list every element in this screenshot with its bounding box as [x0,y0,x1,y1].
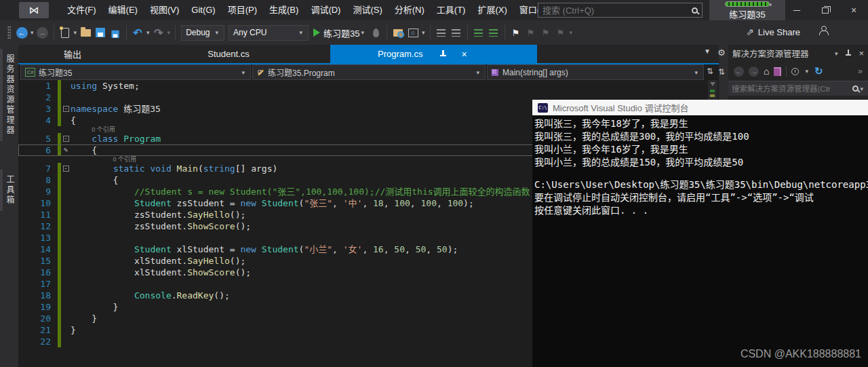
new-file-button[interactable] [58,24,72,41]
menu-item-4[interactable]: 项目(P) [222,0,263,20]
menu-item-9[interactable]: 工具(T) [431,0,472,20]
toolbox-rail-tab[interactable]: 工具箱 [0,170,16,211]
toolbar-overflow-icon[interactable]: » [858,66,863,76]
tab-pin-button[interactable] [440,50,446,58]
toolbar-grip[interactable] [7,26,11,39]
home-icon[interactable]: ⌂ [764,66,769,77]
redo-dropdown-caret[interactable]: ▾ [167,29,171,36]
scrollbar-up-arrow-icon[interactable] [710,82,715,86]
code-text: Student xlStudent = new Student("小兰", '女… [71,244,458,255]
menu-item-0[interactable]: 文件(F) [61,0,102,20]
token-k: new [240,198,256,208]
tab-student-cs[interactable]: Student.cs [127,45,330,63]
fold-margin [61,209,71,220]
line-number: 9 [18,186,58,197]
redo-button[interactable]: ↷ [152,24,165,41]
menu-item-2[interactable]: 视图(V) [144,0,185,20]
solution-platform-dropdown[interactable]: Any CPU▾ [229,25,309,41]
new-file-dropdown-caret[interactable]: ▾ [74,29,77,36]
filter-caret[interactable]: ▾ [805,68,808,75]
indent-button[interactable] [450,24,463,41]
breadcrumb-project-caret: ▾ [241,69,245,76]
search-options-caret[interactable]: ▾ [860,85,863,92]
solution-forward-button[interactable]: → [749,66,759,77]
clear-bookmarks-button[interactable]: ⚑ [554,24,568,41]
solution-configuration-dropdown[interactable]: Debug▾ [181,25,224,41]
gear-icon[interactable]: ⚙ [717,47,726,58]
tab-close-button[interactable]: × [461,49,467,60]
breadcrumb-member-dropdown[interactable]: Main(string[] args) ▾ [487,64,704,80]
close-button[interactable]: × [840,0,868,20]
tab-program-cs[interactable]: Program.cs × [330,45,537,63]
next-bookmark-button[interactable]: ⚑ [539,24,553,41]
token-p [256,198,262,208]
hot-reload-button[interactable] [369,24,382,41]
search-icon [692,7,698,14]
code-text: static void Main(string[] args) [71,163,277,174]
uncomment-button[interactable] [487,24,500,41]
tab-list-dropdown[interactable]: ▼ [704,47,711,55]
menu-item-10[interactable]: 扩展(X) [471,0,513,20]
split-editor-icon[interactable]: ⇅ [707,66,713,76]
solution-explorer-search-box[interactable]: ▾ [728,81,868,96]
menu-item-5[interactable]: 生成(B) [263,0,304,20]
back-dropdown-caret[interactable]: ▾ [31,29,34,36]
add-user-icon[interactable] [819,26,827,34]
find-in-files-button[interactable] [391,24,405,41]
code-line-1[interactable]: 1using System; [18,80,719,92]
undo-button[interactable]: ↶ [131,24,144,41]
save-button[interactable] [94,24,107,41]
navigate-forward-button[interactable]: → [36,24,50,41]
start-debugging-button[interactable]: 练习题35 ▾ [313,26,366,39]
solution-search-input[interactable] [732,85,852,93]
solution-explorer-titlebar[interactable]: 解决方案资源管理器 ▾ × [728,45,868,62]
panel-dropdown-caret[interactable]: ▾ [835,50,838,57]
server-explorer-rail-tab[interactable]: 服务器资源管理器 [0,49,16,141]
breadcrumb-project-dropdown[interactable]: C# 练习题35 ▾ [20,64,251,80]
unindent-button[interactable] [435,24,448,41]
editor-scrollbar[interactable] [708,80,717,100]
token-p: [] args) [235,163,278,174]
toggle-bookmark-button[interactable]: ⚑ [509,24,523,41]
tab-output[interactable]: 输出 [18,45,127,63]
live-share-button[interactable]: ⇗ Live Share [746,20,800,43]
restore-button[interactable] [811,0,840,20]
pending-changes-filter-icon[interactable] [791,68,799,75]
token-c: //Student s = new Student("张三",100,100,1… [71,187,530,197]
minimize-button[interactable]: ─ [783,0,811,20]
debug-console-window[interactable]: C:\ Microsoft Visual Studio 调试控制台 我叫张三，我… [532,100,868,367]
refresh-icon[interactable]: ↻ [814,65,823,77]
menu-item-3[interactable]: Git(G) [185,0,221,20]
menu-item-1[interactable]: 编辑(E) [102,0,144,20]
code-text: } [71,324,76,336]
feedback-project-badge[interactable]: 练习题35 [709,0,785,20]
switch-views-icon[interactable] [774,67,781,76]
splitter-handle-icon[interactable]: ⇅ [718,67,725,77]
console-titlebar[interactable]: C:\ Microsoft Visual Studio 调试控制台 [532,100,868,115]
console-line-3: 我叫小兰，我的总成绩是150，我的平均成绩是50 [534,156,868,169]
navigate-back-button[interactable]: ← [15,24,28,41]
window-layout-button[interactable]: ⌂ [406,24,420,41]
solution-back-button[interactable]: ← [734,66,744,77]
menu-item-6[interactable]: 调试(D) [304,0,347,20]
token-p: , [426,244,437,254]
fold-collapse-icon[interactable]: - [61,163,71,174]
comment-button[interactable] [472,24,486,41]
quick-search-input[interactable] [542,5,692,16]
window-layout-caret[interactable]: ▾ [422,29,425,36]
fold-collapse-icon[interactable]: - [61,133,71,144]
undo-dropdown-caret[interactable]: ▾ [146,29,150,36]
menu-item-7[interactable]: 测试(S) [347,0,388,20]
open-file-button[interactable] [79,24,92,41]
bookmarks-caret[interactable]: ▾ [570,29,573,36]
breadcrumb-type-dropdown[interactable]: 练习题35.Program ▾ [252,64,486,80]
fold-collapse-icon[interactable]: - [61,103,71,115]
previous-bookmark-button[interactable]: ⚑ [524,24,538,41]
panel-close-icon[interactable]: × [859,48,864,58]
token-s: "张三" [304,198,332,208]
quick-search-box[interactable] [538,3,703,18]
save-all-button[interactable] [108,24,122,41]
token-k: using [71,81,97,91]
panel-pin-icon[interactable] [846,50,852,57]
menu-item-8[interactable]: 分析(N) [389,0,431,20]
